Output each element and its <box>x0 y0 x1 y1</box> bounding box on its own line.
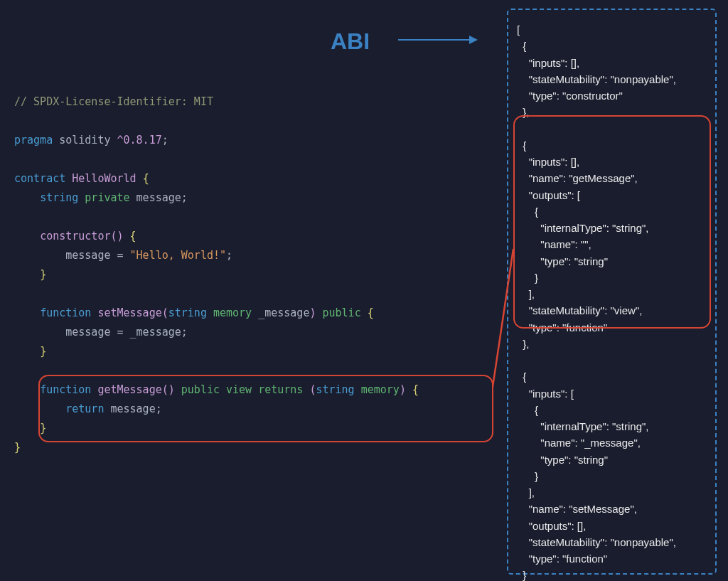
abi-line: } <box>517 567 707 581</box>
abi-line: "internalType": "string", <box>517 418 707 435</box>
code-line: } <box>14 342 491 361</box>
modifier: memory <box>355 383 400 396</box>
variable: message <box>65 249 117 262</box>
abi-line: { <box>517 38 707 54</box>
code-line <box>14 361 491 380</box>
abi-line <box>517 121 707 137</box>
code-line <box>14 150 491 169</box>
code-line: } <box>14 419 491 438</box>
code-line: } <box>14 265 491 284</box>
type: string <box>40 191 78 204</box>
abi-line: "outputs": [ <box>517 187 707 203</box>
function-name: setMessage <box>91 307 161 319</box>
code-line: contract HelloWorld { <box>14 169 491 188</box>
keyword: return <box>65 403 110 415</box>
abi-line: }, <box>517 104 707 120</box>
abi-line: "type": "string" <box>517 452 707 468</box>
semicolon: ; <box>156 403 162 415</box>
code-line: function getMessage() public view return… <box>14 380 491 400</box>
type: string <box>316 383 354 396</box>
indent <box>14 249 65 262</box>
indent <box>14 268 40 281</box>
solidity-code-editor: // SPDX-License-Identifier: MIT pragma s… <box>14 92 491 457</box>
parens: () <box>162 383 181 396</box>
abi-line: "name": "setMessage", <box>517 501 707 517</box>
code-line: message = _message; <box>14 323 491 342</box>
abi-line: "name": "", <box>517 236 707 252</box>
indent <box>14 422 40 435</box>
version-number: 0.8.17 <box>124 134 162 146</box>
brace: } <box>40 268 46 281</box>
abi-line: "stateMutability": "view", <box>517 302 707 319</box>
keyword: pragma <box>14 134 53 146</box>
semicolon: ; <box>181 191 188 204</box>
indent <box>14 383 40 396</box>
code-line <box>14 208 491 227</box>
abi-heading: ABI <box>331 28 370 55</box>
modifier: public <box>181 383 226 396</box>
code-line: // SPDX-License-Identifier: MIT <box>14 92 491 112</box>
code-line: constructor() { <box>14 227 491 246</box>
variable: message <box>110 403 155 415</box>
abi-line: "name": "getMessage", <box>517 170 707 186</box>
paren: ( <box>162 307 168 319</box>
code-line: message = "Hello, World!"; <box>14 246 491 265</box>
brace: { <box>368 307 374 319</box>
parameter: _message <box>258 307 309 319</box>
comment-text: // SPDX-License-Identifier: MIT <box>14 95 213 108</box>
keyword: function <box>40 307 91 319</box>
code-line: string private message; <box>14 188 491 208</box>
abi-line: "name": "_message", <box>517 435 707 451</box>
constructor-keyword: constructor <box>40 230 110 242</box>
brace: { <box>130 230 136 242</box>
brace: } <box>14 441 21 454</box>
keyword: contract <box>14 172 65 185</box>
type: string <box>168 307 207 319</box>
operator: ^ <box>117 134 124 146</box>
abi-line: { <box>517 402 707 418</box>
code-line <box>14 112 491 131</box>
semicolon: ; <box>162 134 168 146</box>
modifier: private <box>78 191 136 204</box>
code-line: pragma solidity ^0.8.17; <box>14 131 491 150</box>
abi-line: ], <box>517 484 707 501</box>
keyword: function <box>40 383 91 396</box>
abi-line: { <box>517 203 707 220</box>
indent <box>14 345 40 358</box>
modifier: view <box>226 383 258 396</box>
brace: } <box>40 345 46 358</box>
abi-line: "outputs": [], <box>517 518 707 534</box>
abi-line <box>517 352 707 368</box>
string-literal: "Hello, World!" <box>130 249 226 262</box>
contract-name: HelloWorld <box>65 172 142 185</box>
indent <box>14 326 65 339</box>
indent <box>14 191 40 204</box>
operator: = <box>117 249 130 262</box>
modifier: public <box>323 307 368 319</box>
abi-line: } <box>517 270 707 286</box>
abi-line: "type": "string" <box>517 253 707 270</box>
abi-line: } <box>517 468 707 484</box>
brace: { <box>412 383 419 396</box>
abi-line: "stateMutability": "nonpayable", <box>517 534 707 550</box>
abi-line: "type": "function" <box>517 319 707 336</box>
abi-line: { <box>517 368 707 385</box>
abi-line: "inputs": [ <box>517 385 707 402</box>
abi-json-panel: [ { "inputs": [], "stateMutability": "no… <box>507 9 717 575</box>
abi-line: [ <box>517 21 707 38</box>
function-name: getMessage <box>91 383 161 396</box>
indent <box>14 307 40 319</box>
brace: { <box>143 172 149 185</box>
indent <box>14 230 40 242</box>
paren: ) <box>400 383 412 396</box>
abi-line: }, <box>517 336 707 352</box>
abi-line: "inputs": [], <box>517 55 707 71</box>
abi-line: "type": "function" <box>517 550 707 567</box>
variable: message <box>65 326 117 339</box>
parameter: _message <box>130 326 181 339</box>
semicolon: ; <box>181 326 188 339</box>
code-line: function setMessage(string memory _messa… <box>14 304 491 323</box>
code-line: return message; <box>14 400 491 419</box>
abi-line: "inputs": [], <box>517 154 707 170</box>
semicolon: ; <box>226 249 232 262</box>
